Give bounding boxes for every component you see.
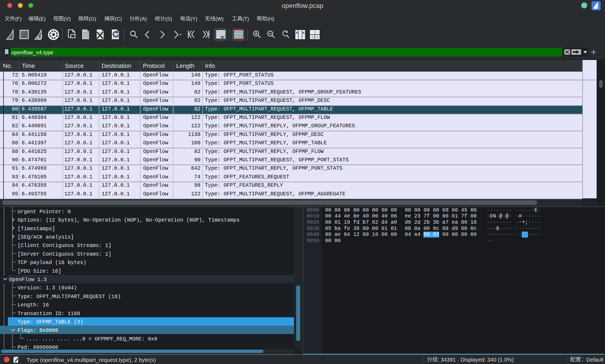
svg-text:3: 3: [317, 35, 318, 39]
svg-text:1: 1: [314, 31, 316, 34]
svg-text:01101: 01101: [83, 34, 89, 36]
svg-text:01110: 01110: [83, 36, 89, 38]
svg-text:2: 2: [312, 35, 313, 39]
svg-text:01010: 01010: [83, 32, 89, 34]
